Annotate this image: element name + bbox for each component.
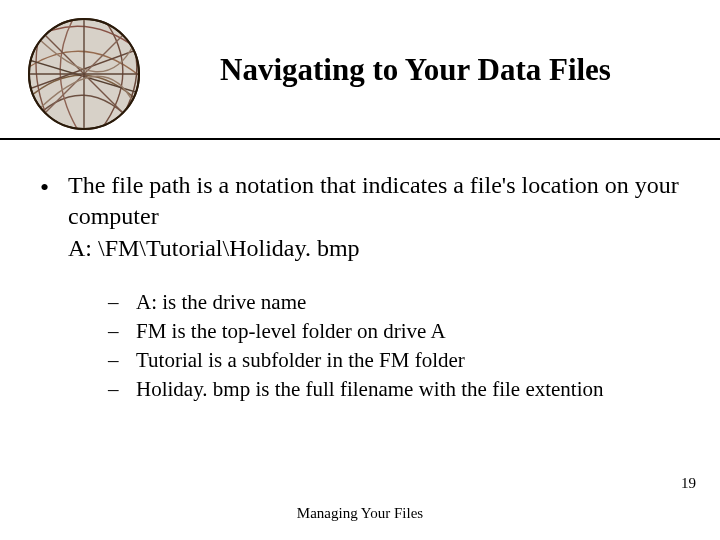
slide-title: Navigating to Your Data Files: [220, 52, 611, 88]
bullet-main: • The file path is a notation that indic…: [40, 170, 680, 231]
sub-bullet-text: A: is the drive name: [136, 288, 306, 317]
sub-bullet: – FM is the top-level folder on drive A: [108, 317, 680, 346]
dash-marker: –: [108, 288, 136, 317]
sub-bullet-text: Holiday. bmp is the full filename with t…: [136, 375, 604, 404]
dash-marker: –: [108, 375, 136, 404]
dash-marker: –: [108, 346, 136, 375]
abstract-sphere-logo: [14, 14, 154, 134]
sub-bullet: – Tutorial is a subfolder in the FM fold…: [108, 346, 680, 375]
slide-body: • The file path is a notation that indic…: [0, 140, 720, 404]
footer-title: Managing Your Files: [0, 505, 720, 522]
sub-bullet: – A: is the drive name: [108, 288, 680, 317]
path-example: A: \FM\Tutorial\Holiday. bmp: [68, 233, 680, 264]
sub-bullet: – Holiday. bmp is the full filename with…: [108, 375, 680, 404]
dash-marker: –: [108, 317, 136, 346]
sub-bullet-text: FM is the top-level folder on drive A: [136, 317, 446, 346]
page-number: 19: [681, 475, 696, 492]
bullet-main-text: The file path is a notation that indicat…: [68, 170, 680, 231]
bullet-marker: •: [40, 170, 68, 204]
slide-header: Navigating to Your Data Files: [0, 0, 720, 140]
sub-bullet-list: – A: is the drive name – FM is the top-l…: [108, 288, 680, 404]
sub-bullet-text: Tutorial is a subfolder in the FM folder: [136, 346, 465, 375]
